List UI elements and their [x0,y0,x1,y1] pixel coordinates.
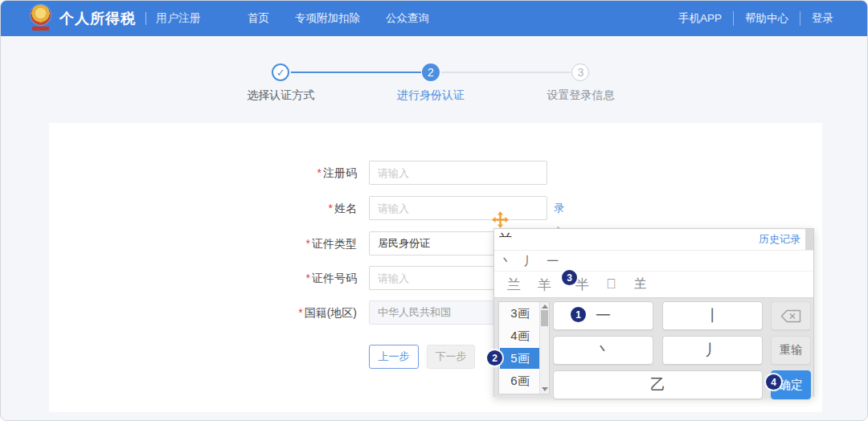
scroll-down-icon[interactable] [542,387,548,391]
stroke-list-scrollbar[interactable] [539,302,549,394]
step-number: 2 [422,63,440,81]
backspace-icon [780,309,801,323]
header-right: 手机APP 帮助中心 登录 [667,11,845,26]
history-link[interactable]: 历史记录 [759,232,800,247]
field-label: *证件类型 [234,231,357,255]
step-indicator: ✓ 选择认证方式 2 进行身份认证 3 设置登录信息 [206,63,656,104]
candidate-row: 兰 羊 半 𢆉 𦍌 [494,272,813,297]
name-input[interactable] [369,196,547,220]
registration-code-input[interactable] [369,161,547,185]
step-label: 进行身份认证 [397,88,465,103]
app-title: 个人所得税 [59,9,136,28]
nav-item-public-query[interactable]: 公众查询 [386,11,429,26]
panel-scrollbar[interactable] [805,229,813,250]
nav-item-home[interactable]: 首页 [248,11,269,26]
check-icon: ✓ [272,63,289,81]
candidate[interactable]: 兰 [507,276,521,294]
mobile-app-link[interactable]: 手机APP [667,11,733,26]
step-connector-done [291,72,421,73]
previous-step-button[interactable]: 上一步 [369,345,419,369]
required-mark: * [306,237,310,250]
step-label: 设置登录信息 [547,88,614,103]
divider [145,12,146,25]
composition-bar: 䒑 历史记录 [494,229,813,251]
main-nav: 首页 专项附加扣除 公众查询 [222,11,429,26]
top-navbar: 个人所得税 用户注册 首页 专项附加扣除 公众查询 手机APP 帮助中心 登录 [1,1,867,36]
stroke-count-5-selected[interactable]: 5画 [500,348,540,369]
backspace-key[interactable] [771,301,811,330]
required-mark: * [329,202,333,215]
candidate[interactable]: 𦍌 [633,276,647,292]
nav-item-special-deduction[interactable]: 专项附加扣除 [295,11,360,26]
candidate-ban[interactable]: 半 [575,276,589,294]
required-mark: * [298,306,302,319]
candidate[interactable]: 𢆉 [606,276,616,292]
annotation-badge-3: 3 [562,270,577,285]
required-mark: * [317,166,321,179]
field-label: *注册码 [234,161,357,185]
step-number: 3 [571,63,589,81]
step-connector-todo [441,72,571,73]
annotation-badge-1: 1 [571,307,586,322]
brand: 个人所得税 用户注册 [30,5,201,32]
stroke-key-shu[interactable]: 丨 [662,301,763,330]
stroke-key-zhe[interactable]: 乙 [553,370,763,399]
next-step-button[interactable]: 下一步 [427,345,475,369]
stroke-key-heng[interactable]: 一 [553,301,653,330]
stroke-key-pie[interactable]: 丿 [662,336,763,365]
annotation-badge-4: 4 [766,374,781,390]
typed-strokes: 丶 丿 一 [494,251,813,272]
candidate[interactable]: 羊 [538,276,551,294]
stroke-count-3[interactable]: 3画 [500,303,540,324]
login-link[interactable]: 登录 [800,11,845,26]
move-handle-icon[interactable] [492,211,509,228]
stroke-key-dian[interactable]: 丶 [553,336,653,365]
stroke-count-6[interactable]: 6画 [500,370,540,391]
retype-key[interactable]: 重输 [771,336,811,365]
field-label: *姓名 [234,196,357,220]
stroke-count-4[interactable]: 4画 [500,325,540,346]
national-emblem-icon [30,5,51,32]
field-label: *证件号码 [234,266,357,290]
scrollbar-thumb[interactable] [541,310,548,326]
annotation-badge-2: 2 [487,350,502,366]
field-label: *国籍(地区) [234,300,357,325]
step-3-set-login-info: 3 设置登录信息 [506,63,656,103]
step-2-identity-verification: 2 进行身份认证 [356,63,506,103]
composed-character: 䒑 [499,231,512,248]
stroke-count-list: 3画 4画 5画 6画 [498,301,550,394]
page-subtitle: 用户注册 [156,11,201,26]
scroll-up-icon[interactable] [542,305,548,309]
required-mark: * [306,272,310,284]
registration-page: 个人所得税 用户注册 首页 专项附加扣除 公众查询 手机APP 帮助中心 登录 … [0,0,868,421]
stroke-ime-panel: 䒑 历史记录 丶 丿 一 兰 羊 半 𢆉 𦍌 3画 4画 5画 6画 [493,228,814,397]
step-1-choose-auth-method: ✓ 选择认证方式 [206,63,356,103]
step-label: 选择认证方式 [247,88,314,103]
help-center-link[interactable]: 帮助中心 [733,11,800,26]
